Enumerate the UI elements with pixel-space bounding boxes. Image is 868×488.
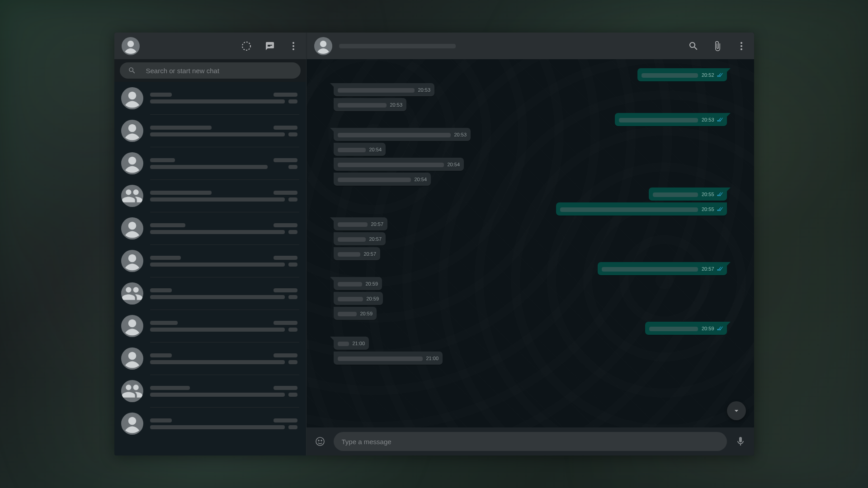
status-icon[interactable] (241, 41, 252, 52)
sidebar-header (114, 33, 306, 59)
chat-item-avatar (121, 250, 143, 272)
chat-list-item[interactable] (114, 277, 306, 310)
menu-icon[interactable] (288, 41, 299, 52)
message-meta: 20:55 (702, 192, 723, 197)
chat-search-icon[interactable] (688, 41, 699, 52)
message-meta: 20:55 (702, 206, 723, 212)
message-bubble: 20:57 (334, 232, 386, 245)
svg-point-10 (128, 319, 136, 327)
message-time: 20:54 (448, 162, 460, 167)
svg-point-3 (292, 45, 294, 47)
message-text (338, 282, 362, 286)
chat-list-item[interactable] (114, 342, 306, 375)
chat-item-avatar (121, 185, 143, 207)
message-bubble: 20:53 (615, 113, 727, 126)
message-text (642, 73, 698, 78)
message-incoming[interactable]: 20:57 (334, 232, 727, 245)
message-bubble: 21:00 (334, 352, 443, 365)
message-input[interactable] (342, 438, 719, 446)
message-input-wrap[interactable] (334, 432, 727, 451)
read-tick-icon (716, 192, 723, 197)
message-incoming[interactable]: 20:54 (334, 173, 727, 186)
new-chat-icon[interactable] (264, 41, 275, 52)
message-meta: 20:59 (702, 326, 723, 331)
message-outgoing[interactable]: 20:59 (334, 322, 727, 335)
message-incoming[interactable]: 20:57 (334, 217, 727, 230)
svg-point-2 (292, 42, 294, 44)
message-outgoing[interactable]: 20:55 (334, 188, 727, 201)
message-outgoing[interactable]: 20:52 (334, 68, 727, 81)
message-incoming[interactable]: 20:54 (334, 158, 727, 171)
message-time: 20:59 (702, 326, 714, 331)
scroll-to-bottom-button[interactable] (727, 401, 746, 420)
message-incoming[interactable]: 20:57 (334, 247, 727, 260)
message-bubble: 20:54 (334, 143, 386, 156)
message-outgoing[interactable]: 20:53 (334, 113, 727, 126)
message-time: 20:55 (702, 206, 714, 212)
chat-item-avatar (121, 87, 143, 109)
message-incoming[interactable]: 20:54 (334, 143, 727, 156)
message-bubble: 20:57 (598, 262, 727, 275)
messages-area[interactable]: 20:5220:5320:5320:5320:5320:5420:5420:54… (307, 59, 754, 427)
search-input[interactable] (146, 67, 295, 75)
svg-point-17 (316, 437, 324, 446)
read-tick-icon (716, 267, 723, 272)
chat-list-item[interactable] (114, 114, 306, 147)
message-time: 20:59 (367, 296, 379, 301)
read-tick-icon (716, 117, 723, 122)
chat-list[interactable] (114, 82, 306, 455)
message-meta: 20:59 (360, 311, 373, 316)
chat-list-item[interactable] (114, 212, 306, 244)
message-text (338, 297, 363, 301)
attach-icon[interactable] (712, 41, 723, 52)
chat-list-item[interactable] (114, 407, 306, 440)
message-text (338, 237, 366, 242)
message-meta: 20:57 (702, 266, 723, 272)
message-time: 21:00 (426, 356, 439, 361)
svg-point-9 (128, 254, 136, 262)
message-text (338, 133, 451, 137)
chat-item-body (150, 407, 299, 440)
message-incoming[interactable]: 20:59 (334, 277, 727, 290)
chat-list-item[interactable] (114, 82, 306, 114)
chat-list-item[interactable] (114, 179, 306, 212)
message-bubble: 20:53 (334, 128, 471, 141)
message-outgoing[interactable]: 20:55 (334, 202, 727, 216)
chat-list-item[interactable] (114, 147, 306, 179)
message-outgoing[interactable]: 20:57 (334, 262, 727, 275)
read-tick-icon (716, 207, 723, 212)
chat-list-item[interactable] (114, 375, 306, 407)
contact-avatar[interactable] (314, 37, 332, 55)
message-meta: 20:57 (371, 221, 384, 227)
chat-list-item[interactable] (114, 244, 306, 277)
chat-header[interactable] (307, 33, 754, 59)
message-text (649, 327, 698, 331)
my-avatar[interactable] (122, 37, 140, 55)
message-incoming[interactable]: 20:53 (334, 128, 727, 141)
message-incoming[interactable]: 21:00 (334, 337, 727, 350)
chat-item-body (150, 114, 299, 147)
chat-item-body (150, 277, 299, 310)
message-time: 20:57 (702, 266, 714, 272)
svg-point-8 (128, 221, 136, 230)
message-incoming[interactable]: 21:00 (334, 352, 727, 365)
message-incoming[interactable]: 20:53 (334, 98, 727, 111)
chat-item-body (150, 179, 299, 212)
mic-icon[interactable] (735, 436, 746, 447)
message-incoming[interactable]: 20:59 (334, 307, 727, 320)
message-time: 20:57 (371, 221, 384, 227)
chat-list-item[interactable] (114, 310, 306, 342)
chat-menu-icon[interactable] (736, 41, 747, 52)
message-incoming[interactable]: 20:59 (334, 292, 727, 305)
message-text (338, 148, 366, 152)
message-text (338, 252, 360, 257)
read-tick-icon (716, 73, 723, 78)
message-incoming[interactable]: 20:53 (334, 83, 727, 96)
chat-pane: 20:5220:5320:5320:5320:5320:5420:5420:54… (307, 33, 754, 455)
search-box[interactable] (120, 62, 301, 79)
sidebar (114, 33, 307, 455)
emoji-icon[interactable] (315, 436, 326, 447)
svg-point-7 (128, 156, 136, 164)
message-time: 20:59 (360, 311, 373, 316)
sidebar-actions (241, 41, 299, 52)
